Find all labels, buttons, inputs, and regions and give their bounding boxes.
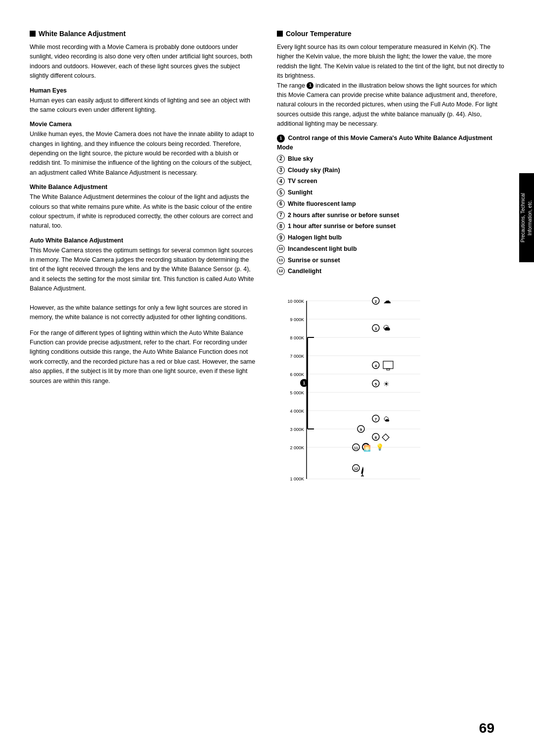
side-tab: Precautions, Technical Information, etc. <box>519 173 534 262</box>
list-item-4: 4 TV screen <box>277 177 504 186</box>
right-intro: Every light source has its own colour te… <box>277 43 504 129</box>
svg-text:🌅: 🌅 <box>363 444 371 452</box>
subsection-auto-wba: Auto White Balance Adjustment This Movie… <box>30 237 257 323</box>
svg-text:2: 2 <box>375 299 377 304</box>
num-2: 2 <box>277 155 285 163</box>
main-content: White Balance Adjustment While most reco… <box>30 30 504 489</box>
svg-text:5 000K: 5 000K <box>290 390 304 395</box>
svg-text:💡: 💡 <box>376 443 384 451</box>
svg-text:4: 4 <box>375 364 377 368</box>
left-intro: While most recording with a Movie Camera… <box>30 43 257 81</box>
svg-text:11: 11 <box>354 446 358 450</box>
list-item-11: 11 Sunrise or sunset <box>277 256 504 265</box>
svg-text:7 000K: 7 000K <box>290 354 304 359</box>
svg-text:3: 3 <box>375 327 377 331</box>
num-10: 10 <box>277 245 285 253</box>
svg-text:1: 1 <box>303 380 305 385</box>
num-7: 7 <box>277 211 285 219</box>
numbered-list: 1 Control range of this Movie Camera's A… <box>277 134 504 276</box>
list-item-12: 12 Candlelight <box>277 267 504 276</box>
auto-wba-title: Auto White Balance Adjustment <box>30 237 257 244</box>
black-square-icon-2 <box>277 31 283 37</box>
list-item-7: 7 2 hours after sunrise or before sunset <box>277 211 504 220</box>
num-8: 8 <box>277 222 285 230</box>
human-eyes-title: Human Eyes <box>30 87 257 94</box>
svg-text:🌥: 🌥 <box>383 324 390 332</box>
svg-marker-44 <box>382 434 389 441</box>
list-item-6: 6 White fluorescent lamp <box>277 199 504 209</box>
list-item-5: 5 Sunlight <box>277 188 504 197</box>
svg-text:12: 12 <box>354 467 358 471</box>
svg-rect-35 <box>387 369 390 370</box>
svg-text:3 000K: 3 000K <box>290 427 304 432</box>
num-3: 3 <box>277 166 285 174</box>
svg-text:5: 5 <box>375 382 377 386</box>
list-item-8: 8 1 hour after sunrise or before sunset <box>277 222 504 231</box>
svg-text:8: 8 <box>375 435 377 440</box>
svg-text:1 000K: 1 000K <box>290 476 304 481</box>
list-item-2: 2 Blue sky <box>277 154 504 164</box>
num-12: 12 <box>277 267 285 275</box>
subsection-movie-camera: Movie Camera Unlike human eyes, the Movi… <box>30 121 257 178</box>
svg-text:🌤: 🌤 <box>383 416 390 423</box>
wba-title: White Balance Adjustment <box>30 184 257 190</box>
svg-text:☁: ☁ <box>383 296 391 305</box>
svg-text:10 000K: 10 000K <box>287 299 304 304</box>
human-eyes-text: Human eyes can easily adjust to differen… <box>30 96 257 115</box>
subsection-wba: White Balance Adjustment The White Balan… <box>30 184 257 231</box>
black-square-icon <box>30 31 36 37</box>
left-footer-text: For the range of different types of ligh… <box>30 329 257 386</box>
chart-section: 10 000K 9 000K 8 000K 7 000K 6 000K 5 00… <box>277 291 504 489</box>
left-column: White Balance Adjustment While most reco… <box>30 30 257 489</box>
num-6: 6 <box>277 200 285 208</box>
svg-text:☀: ☀ <box>383 380 390 388</box>
auto-wba-text: This Movie Camera stores the optimum set… <box>30 246 257 323</box>
left-section-title: White Balance Adjustment <box>30 30 257 38</box>
list-item-10: 10 Incandescent light bulb <box>277 244 504 254</box>
svg-text:9 000K: 9 000K <box>290 317 304 322</box>
svg-rect-34 <box>383 361 393 369</box>
wba-text: The White Balance Adjustment determines … <box>30 192 257 231</box>
right-column: Colour Temperature Every light source ha… <box>277 30 504 489</box>
svg-text:8 000K: 8 000K <box>290 335 304 340</box>
kelvin-chart: 10 000K 9 000K 8 000K 7 000K 6 000K 5 00… <box>277 291 445 489</box>
svg-text:2 000K: 2 000K <box>290 445 304 450</box>
page: White Balance Adjustment While most reco… <box>0 0 534 756</box>
subsection-human-eyes: Human Eyes Human eyes can easily adjust … <box>30 87 257 115</box>
svg-text:6 000K: 6 000K <box>290 372 304 377</box>
svg-text:9: 9 <box>360 427 362 432</box>
svg-text:4 000K: 4 000K <box>290 409 304 414</box>
list-item-9: 9 Halogen light bulb <box>277 233 504 242</box>
list-title-item: 1 Control range of this Movie Camera's A… <box>277 134 504 152</box>
num-5: 5 <box>277 189 285 196</box>
movie-camera-text: Unlike human eyes, the Movie Camera does… <box>30 130 257 178</box>
movie-camera-title: Movie Camera <box>30 121 257 128</box>
page-number: 69 <box>479 720 494 736</box>
svg-text:7: 7 <box>375 417 377 422</box>
list-item-3: 3 Cloudy sky (Rain) <box>277 166 504 175</box>
right-section-title: Colour Temperature <box>277 30 504 38</box>
num-4: 4 <box>277 177 285 185</box>
num-11: 11 <box>277 256 285 264</box>
num-9: 9 <box>277 234 285 241</box>
